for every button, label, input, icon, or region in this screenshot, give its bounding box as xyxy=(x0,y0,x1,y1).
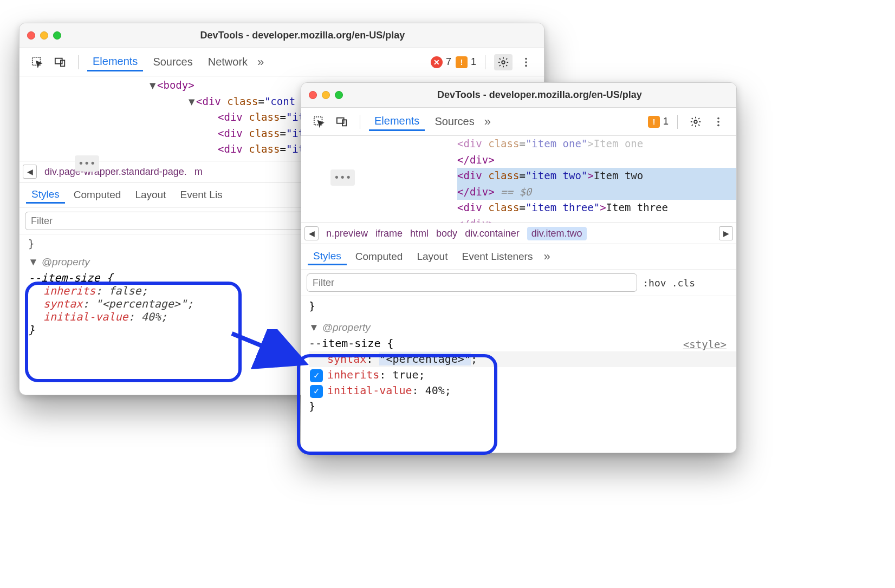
subtab-computed[interactable]: Computed xyxy=(68,187,127,202)
inspect-element-icon[interactable] xyxy=(310,114,328,130)
divider xyxy=(677,115,678,129)
dom-row[interactable]: </div> xyxy=(457,152,736,168)
computed-toggle-icon[interactable] xyxy=(724,280,731,285)
tab-network[interactable]: Network xyxy=(203,54,253,70)
subtab-styles[interactable]: Styles xyxy=(308,249,347,265)
scroll-left-icon[interactable]: ◀ xyxy=(304,226,319,240)
more-subtabs-icon[interactable]: » xyxy=(543,250,550,264)
css-property-block[interactable]: --item-size { syntax: "<percentage>"; ✓i… xyxy=(309,334,736,414)
warning-count-value: 1 xyxy=(663,116,669,127)
hov-toggle[interactable]: :hov xyxy=(643,277,666,289)
checkbox-checked-icon[interactable]: ✓ xyxy=(310,385,323,398)
svg-point-6 xyxy=(525,64,527,67)
scroll-right-icon[interactable]: ▶ xyxy=(719,226,733,240)
breadcrumb-item[interactable]: m xyxy=(194,166,203,178)
rule-close: } xyxy=(309,298,736,314)
brush-icon[interactable] xyxy=(712,280,719,285)
breadcrumb-item[interactable]: div.container xyxy=(465,228,520,239)
device-toolbar-icon[interactable] xyxy=(333,114,351,130)
declaration-line[interactable]: ✓inherits: true; xyxy=(309,367,736,383)
cls-toggle[interactable]: .cls xyxy=(672,277,695,289)
declaration-line[interactable]: ✓initial-value: 40%; xyxy=(309,383,736,398)
svg-point-13 xyxy=(717,124,719,126)
breadcrumb-item-selected[interactable]: div.item.two xyxy=(527,227,587,240)
zoom-icon[interactable] xyxy=(335,91,343,99)
divider xyxy=(78,55,79,69)
warning-count-value: 1 xyxy=(471,56,476,68)
devtools-toolbar: Elements Sources Network » ✕7 !1 xyxy=(20,48,544,76)
show-more-icon[interactable]: ••• xyxy=(75,155,99,172)
svg-point-12 xyxy=(717,121,719,123)
minimize-icon[interactable] xyxy=(40,31,48,40)
source-link[interactable]: <style> xyxy=(683,338,727,350)
subtab-event-listeners[interactable]: Event Lis xyxy=(174,187,228,202)
settings-icon[interactable] xyxy=(494,54,513,70)
scroll-left-icon[interactable]: ◀ xyxy=(23,165,37,179)
tab-sources[interactable]: Sources xyxy=(429,113,479,130)
svg-point-10 xyxy=(694,120,697,123)
styles-pane: } ▼@property <style> --item-size { synta… xyxy=(301,296,736,453)
zoom-icon[interactable] xyxy=(53,31,61,40)
tab-sources[interactable]: Sources xyxy=(147,54,198,70)
breadcrumb-item[interactable]: body xyxy=(436,228,457,239)
tab-elements[interactable]: Elements xyxy=(87,53,143,71)
styles-filter-bar: :hov .cls xyxy=(301,269,736,296)
minimize-icon[interactable] xyxy=(322,91,330,99)
dom-row[interactable]: </div> xyxy=(457,216,736,223)
closing-brace: } xyxy=(309,398,736,414)
svg-point-4 xyxy=(525,57,527,60)
window-title: DevTools - developer.mozilla.org/en-US/p… xyxy=(69,30,536,41)
titlebar: DevTools - developer.mozilla.org/en-US/p… xyxy=(20,23,544,48)
breadcrumb-item[interactable]: div.page-wrapper.standard-page. xyxy=(44,166,187,178)
tab-elements[interactable]: Elements xyxy=(369,113,425,131)
devtools-window-2: DevTools - developer.mozilla.org/en-US/p… xyxy=(301,82,737,453)
svg-point-5 xyxy=(525,61,527,63)
show-more-icon[interactable]: ••• xyxy=(330,169,355,186)
selector-line: --item-size { xyxy=(309,336,736,351)
devtools-toolbar: Elements Sources » !1 xyxy=(301,108,736,136)
breadcrumb-item[interactable]: html xyxy=(410,228,429,239)
warning-counter[interactable]: !1 xyxy=(456,56,476,68)
filter-input[interactable] xyxy=(307,273,637,292)
breadcrumb: ◀ n.preview iframe html body div.contain… xyxy=(301,223,736,244)
more-menu-icon[interactable] xyxy=(709,114,728,130)
more-tabs-icon[interactable]: » xyxy=(484,115,491,129)
breadcrumb-item[interactable]: iframe xyxy=(375,228,403,239)
error-counter[interactable]: ✕7 xyxy=(431,56,451,68)
window-title: DevTools - developer.mozilla.org/en-US/p… xyxy=(351,89,729,101)
warning-counter[interactable]: !1 xyxy=(648,116,669,128)
more-tabs-icon[interactable]: » xyxy=(257,55,264,69)
at-property-header[interactable]: ▼@property xyxy=(309,322,736,334)
declaration-line[interactable]: syntax: "<percentage>"; xyxy=(309,351,736,367)
close-icon[interactable] xyxy=(309,91,317,99)
divider xyxy=(485,55,485,69)
dom-row-selected[interactable]: </div> == $0 xyxy=(457,184,736,200)
titlebar: DevTools - developer.mozilla.org/en-US/p… xyxy=(301,83,736,108)
dom-row[interactable]: <div class="item one">Item one xyxy=(457,136,736,152)
svg-point-3 xyxy=(502,61,505,64)
dom-row[interactable]: <div class="item three">Item three xyxy=(457,200,736,216)
subtab-styles[interactable]: Styles xyxy=(26,187,65,204)
subtab-computed[interactable]: Computed xyxy=(350,249,408,264)
more-menu-icon[interactable] xyxy=(517,54,535,70)
divider xyxy=(360,115,360,129)
dom-tree[interactable]: <div class="item one">Item one </div> <d… xyxy=(301,136,736,223)
breadcrumb-item[interactable]: n.preview xyxy=(326,228,368,239)
settings-icon[interactable] xyxy=(686,114,705,130)
subtab-layout[interactable]: Layout xyxy=(129,187,171,202)
error-count-value: 7 xyxy=(446,56,451,68)
subtab-event-listeners[interactable]: Event Listeners xyxy=(456,249,538,264)
device-toolbar-icon[interactable] xyxy=(51,54,69,70)
svg-rect-9 xyxy=(342,120,346,126)
svg-point-11 xyxy=(717,117,719,119)
subtab-layout[interactable]: Layout xyxy=(411,249,453,264)
dom-row-selected[interactable]: <div class="item two">Item two xyxy=(457,168,736,184)
inspect-element-icon[interactable] xyxy=(28,54,47,70)
checkbox-checked-icon[interactable]: ✓ xyxy=(310,369,323,382)
new-style-rule-icon[interactable] xyxy=(701,280,707,285)
close-icon[interactable] xyxy=(27,31,35,40)
styles-subtabs: Styles Computed Layout Event Listeners » xyxy=(301,244,736,269)
